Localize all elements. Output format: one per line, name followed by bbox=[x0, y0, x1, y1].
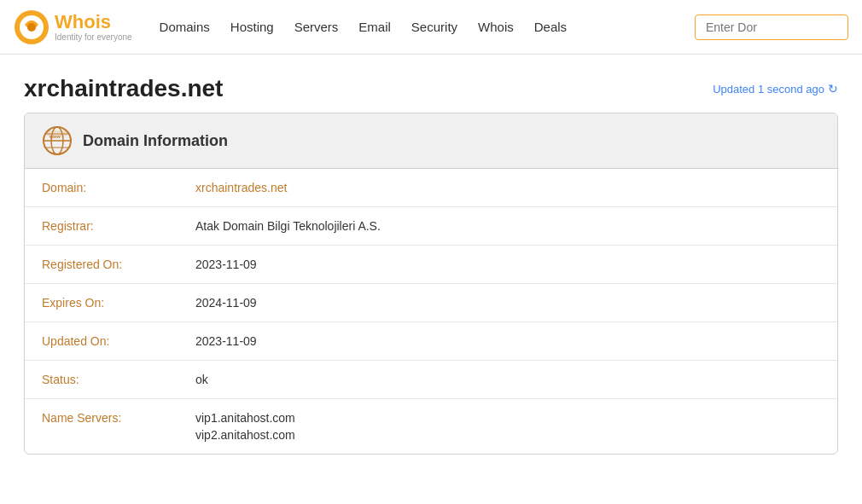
nav-whois[interactable]: Whois bbox=[478, 20, 514, 34]
www-icon: www bbox=[42, 125, 73, 156]
row-value-nameservers: vip1.anitahost.com vip2.anitahost.com bbox=[178, 399, 837, 455]
row-value-status: ok bbox=[178, 361, 837, 399]
refresh-icon[interactable]: ↻ bbox=[828, 82, 838, 96]
table-row: Registrar: Atak Domain Bilgi Teknolojile… bbox=[25, 207, 837, 246]
row-value-registrar: Atak Domain Bilgi Teknolojileri A.S. bbox=[178, 207, 837, 246]
nameserver-1: vip1.anitahost.com bbox=[195, 411, 820, 425]
nav-hosting[interactable]: Hosting bbox=[230, 20, 274, 34]
row-label-nameservers: Name Servers: bbox=[25, 399, 178, 455]
row-value-expires-on: 2024-11-09 bbox=[178, 284, 837, 322]
table-row: Domain: xrchaintrades.net bbox=[25, 169, 837, 207]
logo-link[interactable]: Whois Identity for everyone bbox=[14, 9, 132, 45]
table-row: Updated On: 2023-11-09 bbox=[25, 322, 837, 361]
table-row: Name Servers: vip1.anitahost.com vip2.an… bbox=[25, 399, 837, 455]
nav-security[interactable]: Security bbox=[411, 20, 457, 34]
navbar: Whois Identity for everyone Domains Host… bbox=[0, 0, 862, 55]
nav-email[interactable]: Email bbox=[358, 20, 391, 34]
row-label-domain: Domain: bbox=[25, 169, 178, 207]
logo-text: Whois bbox=[55, 12, 132, 32]
svg-text:www: www bbox=[49, 134, 61, 139]
table-row: Expires On: 2024-11-09 bbox=[25, 284, 837, 322]
main-content: xrchaintrades.net Updated 1 second ago ↻… bbox=[0, 55, 862, 475]
nameserver-2: vip2.anitahost.com bbox=[195, 428, 820, 442]
card-header: www Domain Information bbox=[25, 113, 837, 169]
nav-links: Domains Hosting Servers Email Security W… bbox=[160, 20, 695, 34]
logo-tagline: Identity for everyone bbox=[55, 32, 132, 42]
search-input[interactable] bbox=[695, 14, 848, 40]
row-label-expires-on: Expires On: bbox=[25, 284, 178, 322]
domain-info-card: www Domain Information Domain: xrchaintr… bbox=[24, 113, 838, 455]
row-label-updated-on: Updated On: bbox=[25, 322, 178, 361]
nav-deals[interactable]: Deals bbox=[534, 20, 567, 34]
row-label-status: Status: bbox=[25, 361, 178, 399]
row-value-domain: xrchaintrades.net bbox=[178, 169, 837, 207]
svg-point-2 bbox=[27, 23, 36, 32]
row-value-updated-on: 2023-11-09 bbox=[178, 322, 837, 361]
row-label-registrar: Registrar: bbox=[25, 207, 178, 246]
domain-link[interactable]: xrchaintrades.net bbox=[195, 181, 287, 194]
row-value-registered-on: 2023-11-09 bbox=[178, 246, 837, 284]
info-table: Domain: xrchaintrades.net Registrar: Ata… bbox=[25, 169, 837, 454]
logo-icon bbox=[14, 9, 50, 45]
card-header-title: Domain Information bbox=[83, 132, 228, 150]
table-row: Status: ok bbox=[25, 361, 837, 399]
row-label-registered-on: Registered On: bbox=[25, 246, 178, 284]
nav-servers[interactable]: Servers bbox=[294, 20, 339, 34]
updated-label: Updated 1 second ago bbox=[713, 83, 824, 96]
updated-status: Updated 1 second ago ↻ bbox=[713, 82, 838, 96]
table-row: Registered On: 2023-11-09 bbox=[25, 246, 837, 284]
nav-domains[interactable]: Domains bbox=[160, 20, 210, 34]
